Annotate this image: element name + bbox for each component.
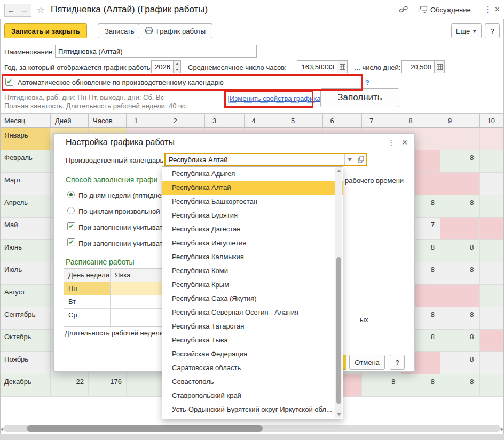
scroll-right-icon[interactable] <box>501 427 503 431</box>
month-cell[interactable]: Сентябрь <box>0 307 51 329</box>
day-cell[interactable] <box>480 128 504 150</box>
day-cell[interactable]: 8 <box>401 374 441 396</box>
column-header[interactable]: 1 <box>127 114 166 127</box>
day-cell[interactable] <box>480 307 504 329</box>
day-cell[interactable]: 8 <box>440 262 480 284</box>
day-cell[interactable] <box>480 240 504 262</box>
column-header[interactable]: 4 <box>245 114 284 127</box>
window-menu-icon[interactable]: ⋮ <box>484 5 492 14</box>
day-cell[interactable]: 8 <box>440 352 480 374</box>
scroll-up-icon[interactable] <box>337 170 341 172</box>
calculator-icon[interactable] <box>435 60 445 73</box>
combobox-open-icon[interactable] <box>355 154 366 165</box>
days-cell[interactable]: 22 <box>51 374 89 396</box>
day-cell[interactable]: 8 <box>440 150 480 172</box>
column-header[interactable]: 8 <box>401 114 441 127</box>
dropdown-item[interactable]: Республика Тыва <box>162 333 343 347</box>
fill-option-checkbox-1[interactable]: ✔ <box>67 222 75 230</box>
horizontal-scrollbar-thumb[interactable] <box>27 425 263 432</box>
auto-update-help-link[interactable]: ? <box>365 78 369 86</box>
dialog-close-icon[interactable]: ✕ <box>401 138 408 147</box>
combobox-dropdown-icon[interactable] <box>344 154 355 165</box>
month-cell[interactable]: Май <box>0 218 51 239</box>
month-cell[interactable]: Январь <box>0 128 51 150</box>
scroll-left-icon[interactable] <box>1 427 3 431</box>
day-cell[interactable] <box>480 173 504 195</box>
scroll-down-icon[interactable] <box>337 413 341 416</box>
calendar-combobox[interactable] <box>164 153 367 166</box>
avg-hours-input[interactable] <box>297 60 337 73</box>
dropdown-item[interactable]: Республика Северная Осетия - Алания <box>162 306 343 319</box>
month-cell[interactable]: Апрель <box>0 195 51 217</box>
month-cell[interactable]: Март <box>0 173 51 195</box>
dropdown-item[interactable]: Республика Бурятия <box>162 209 343 222</box>
weekday-cell[interactable]: Пн <box>64 282 111 295</box>
day-cell[interactable]: 8 <box>440 374 480 396</box>
dropdown-item[interactable]: Саратовская область <box>162 361 343 375</box>
column-header[interactable]: День недели <box>64 269 111 282</box>
day-cell[interactable] <box>440 128 480 150</box>
column-header[interactable]: 7 <box>362 114 401 127</box>
month-cell[interactable]: Ноябрь <box>0 352 51 374</box>
day-cell[interactable] <box>480 218 504 239</box>
day-cell[interactable] <box>127 374 166 396</box>
discussion-label[interactable]: Обсуждение <box>430 6 471 14</box>
avg-days-input[interactable] <box>401 60 435 73</box>
month-cell[interactable]: Июль <box>0 262 51 284</box>
calendar-combobox-input[interactable] <box>166 154 344 165</box>
work-schedule-print-button[interactable]: График работы <box>138 23 212 38</box>
weekday-cell[interactable]: Чт <box>64 322 111 327</box>
radio-by-weekdays[interactable] <box>67 191 75 198</box>
day-cell[interactable]: 8 <box>362 374 401 396</box>
dropdown-item[interactable]: Республика Саха (Якутия) <box>162 292 343 306</box>
spin-up-icon[interactable] <box>174 61 180 67</box>
weekday-cell[interactable]: Ср <box>64 309 111 322</box>
day-cell[interactable] <box>440 218 480 239</box>
day-cell[interactable]: 8 <box>440 307 480 329</box>
dropdown-item[interactable]: Севастополь <box>162 375 343 389</box>
favorite-star-icon[interactable]: ☆ <box>37 5 44 15</box>
link-icon[interactable] <box>399 6 408 15</box>
calculator-icon[interactable] <box>337 60 348 73</box>
dropdown-item[interactable]: Республика Дагестан <box>162 222 343 236</box>
year-spinner[interactable] <box>174 60 181 73</box>
dropdown-item[interactable]: Республика Крым <box>162 278 343 292</box>
dropdown-item[interactable]: Ставропольский край <box>162 389 343 403</box>
radio-by-cycles[interactable] <box>67 207 75 214</box>
dropdown-item[interactable]: Усть-Ордынский Бурятский округ Иркутской… <box>162 403 343 417</box>
back-button[interactable]: ← <box>4 4 18 17</box>
fill-button[interactable]: Заполнить <box>320 88 399 107</box>
dialog-cancel-button[interactable]: Отмена <box>349 355 385 370</box>
dropdown-scrollbar-track[interactable] <box>335 167 342 418</box>
fill-option-checkbox-2[interactable]: ✔ <box>67 238 75 246</box>
column-header[interactable]: Месяц <box>0 114 51 127</box>
dropdown-item[interactable]: Республика Коми <box>162 264 343 278</box>
forward-button[interactable]: → <box>18 4 32 17</box>
name-input[interactable] <box>55 45 257 58</box>
month-cell[interactable]: Февраль <box>0 150 51 172</box>
hours-cell[interactable]: 176 <box>89 374 127 396</box>
discussion-icon[interactable] <box>418 6 428 15</box>
auto-update-checkbox[interactable]: ✔ <box>5 78 13 86</box>
day-cell[interactable]: 8 <box>440 240 480 262</box>
dropdown-scrollbar-thumb[interactable] <box>336 257 341 404</box>
dropdown-item[interactable]: Республика Татарстан <box>162 319 343 333</box>
column-header[interactable]: 3 <box>205 114 245 127</box>
day-cell[interactable] <box>480 374 504 396</box>
month-cell[interactable]: Август <box>0 285 51 307</box>
day-cell[interactable] <box>480 195 504 217</box>
save-button[interactable]: Записать <box>98 23 141 38</box>
dropdown-item[interactable]: Республика Ингушетия <box>162 236 343 250</box>
year-input[interactable] <box>151 60 174 73</box>
day-cell[interactable] <box>440 285 480 307</box>
day-cell[interactable] <box>480 352 504 374</box>
change-properties-link[interactable]: Изменить свойства графика... <box>228 94 328 103</box>
day-cell[interactable] <box>480 285 504 307</box>
day-cell[interactable] <box>480 330 504 351</box>
dropdown-item[interactable]: Республика Башкортостан <box>162 195 343 209</box>
month-cell[interactable]: Июнь <box>0 240 51 262</box>
column-header[interactable]: Дней <box>51 114 89 127</box>
column-header[interactable]: 5 <box>284 114 323 127</box>
window-close-icon[interactable]: ✕ <box>494 5 500 13</box>
save-and-close-button[interactable]: Записать и закрыть <box>4 23 87 38</box>
